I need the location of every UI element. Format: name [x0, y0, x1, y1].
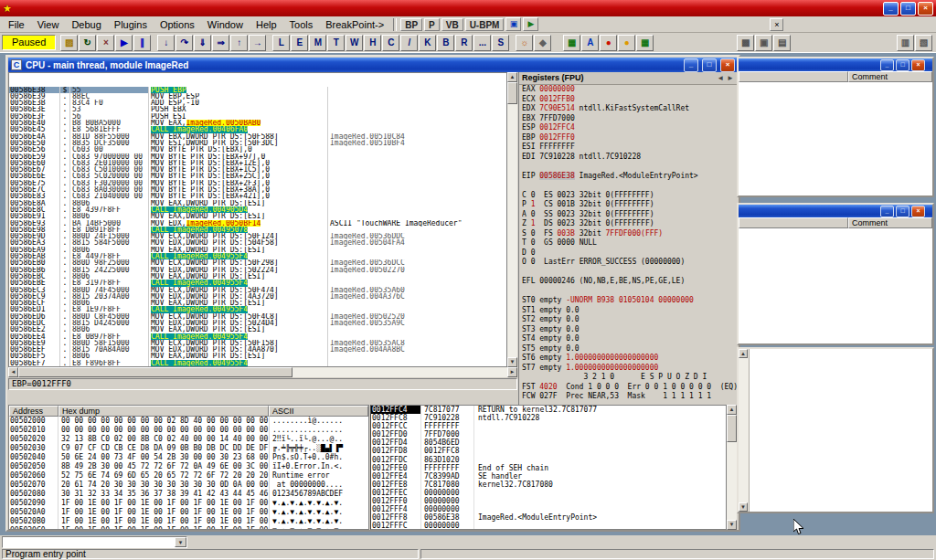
maximize-icon[interactable]: □ — [896, 206, 909, 217]
stack-row[interactable]: 0012FFE0FFFFFFFFEnd of SEH chain — [371, 464, 726, 472]
column-header[interactable] — [739, 71, 848, 82]
registers-pane[interactable]: Registers (FPU) ◄ ► EAX 00000000ECX 0012… — [518, 72, 737, 405]
execute-till-return-icon[interactable]: ↑ — [230, 35, 248, 51]
disasm-row[interactable]: 00586E39.8BECMOV EBP,ESP — [9, 93, 506, 100]
patch-manager-icon[interactable]: ▦ — [636, 35, 654, 51]
stack-row[interactable]: 0012FFFC00000000 — [371, 522, 726, 530]
disassembly-pane[interactable]: 00586E38$55PUSH EBP00586E39.8BECMOV EBP,… — [8, 72, 507, 367]
menu-item-debug[interactable]: Debug — [65, 17, 107, 32]
disasm-row[interactable]: 00586E3E.53PUSH EBX — [9, 106, 506, 112]
menu-item-file[interactable]: File — [2, 17, 31, 32]
disasm-row[interactable]: 00586EB6.8B15 24225000MOV EDX,DWORD PTR … — [9, 267, 506, 273]
disasm-row[interactable]: 00586E9D.8B0D 24F15000MOV ECX,DWORD PTR … — [9, 233, 506, 239]
breakpoint-window-icon[interactable]: ▣ — [505, 17, 521, 31]
tile-windows-icon[interactable]: ▩ — [737, 35, 754, 51]
menu-item-view[interactable]: View — [31, 17, 66, 32]
run-icon[interactable]: ▶ — [115, 35, 133, 51]
side-window-1-titlebar[interactable]: _ □ × — [739, 58, 932, 71]
dump-row[interactable]: 005020901F 00 1E 00 1F 00 1E 00 1F 00 1F… — [9, 499, 368, 508]
animate-into-icon[interactable]: ⇓ — [194, 35, 211, 51]
dump-row[interactable]: 0050202032 13 8B C0 02 00 8B C0 02 40 00… — [9, 435, 368, 444]
dock-icon[interactable]: ▧ — [915, 35, 932, 51]
close-process-icon[interactable]: × — [97, 35, 114, 51]
patches-window-button[interactable]: / — [400, 35, 418, 51]
stack-row[interactable]: 0012FFE47C8399ADSE handler — [371, 472, 726, 481]
disasm-row[interactable]: 00586E75.C683 F3020000 00MOV BYTE PTR DS… — [9, 180, 506, 186]
scroll-right-icon[interactable]: ► — [507, 367, 517, 377]
disasm-hscrollbar[interactable]: ◄ ► — [8, 367, 517, 377]
menu-item-help[interactable]: Help — [250, 17, 283, 32]
disasm-row[interactable]: 00586E40.B8 B0BA5000MOV EAX,ImageRed.005… — [9, 120, 506, 126]
snapshot-icon[interactable]: ● — [618, 35, 635, 51]
disasm-row[interactable]: 00586EDC.8B15 D4245000MOV EDX,DWORD PTR … — [9, 320, 506, 326]
log-window-button[interactable]: L — [272, 35, 290, 51]
step-into-icon[interactable]: ↓ — [157, 35, 175, 51]
stack-row[interactable]: 0012FFD07FFD7000 — [371, 430, 726, 438]
appearance-icon[interactable]: ◆ — [534, 35, 551, 51]
dump-row[interactable]: 0050204050 6E 24 00 73 4F 00 54 2B 30 00… — [9, 453, 368, 462]
stack-row[interactable]: 0012FFE87C817080kernel32.7C817080 — [371, 481, 726, 489]
disasm-row[interactable]: 00586E8C.E8 4397F8FFCALL ImageRed.004905… — [9, 206, 506, 213]
dump-header-ascii[interactable]: ASCII — [269, 406, 368, 417]
references-window-button[interactable]: R — [455, 35, 473, 51]
stack-row[interactable]: 0012FFEC00000000 — [371, 489, 726, 497]
stack-vscrollbar[interactable]: ▲ ▼ — [727, 405, 737, 530]
dump-row[interactable]: 005020508B 49 2B 30 00 45 72 72 6F 72 0A… — [9, 462, 368, 471]
source-window-button[interactable]: S — [492, 35, 509, 51]
menu-item-options[interactable]: Options — [154, 17, 201, 32]
scroll-down-icon[interactable]: ▼ — [727, 520, 737, 530]
dump-row[interactable]: 0050206052 75 6E 74 69 6D 65 20 65 72 72… — [9, 471, 368, 481]
breakpoints-window-button[interactable]: B — [437, 35, 454, 51]
memory-map-icon[interactable]: ▦ — [563, 35, 580, 51]
disasm-vscroll-thumb[interactable] — [507, 82, 517, 104]
side-window-2[interactable]: _ □ × Comment — [737, 203, 934, 345]
pause-icon[interactable]: ∥ — [133, 35, 151, 51]
cpu-window-button[interactable]: C — [382, 35, 399, 51]
dump-row[interactable]: 0050200000 00 00 00 00 00 00 00 02 8D 40… — [9, 417, 368, 426]
disasm-row[interactable]: 00586EF5.8B06MOV EAX,DWORD PTR DS:[ESI] — [9, 353, 506, 359]
dump-row[interactable]: 005020C01F 00 1E 00 1F 00 1E 00 1F 00 1F… — [9, 526, 368, 530]
comment-column-header[interactable]: Comment — [848, 217, 932, 228]
disasm-row[interactable]: 00586ED1.E8 1E97F8FFCALL ImageRed.004955… — [9, 306, 506, 312]
menu-button-ubpm[interactable]: U-BPM — [465, 18, 505, 31]
disasm-row[interactable]: 00586E50.8B35 DCF35000MOV ESI,DWORD PTR … — [9, 140, 506, 146]
disasm-row[interactable]: 00586ED6.8B0D C8F45000MOV ECX,DWORD PTR … — [9, 313, 506, 320]
debug-options-icon[interactable]: ☼ — [516, 35, 533, 51]
disasm-row[interactable]: 00586EA3.8B15 584F5000MOV EDX,DWORD PTR … — [9, 239, 506, 246]
close-icon[interactable]: × — [911, 59, 925, 71]
menu-item-tools[interactable]: Tools — [283, 17, 320, 32]
goto-address-icon[interactable]: → — [249, 35, 266, 51]
disasm-row[interactable]: 00586E67.C683 C5010000 00MOV BYTE PTR DS… — [9, 166, 506, 173]
handles-window-button[interactable]: H — [364, 35, 381, 51]
stack-pane[interactable]: 0012FFC47C817077RETURN to kernel32.7C817… — [370, 405, 727, 530]
animate-over-icon[interactable]: ⇒ — [212, 35, 229, 51]
assembler-icon[interactable]: A — [581, 35, 599, 51]
run-to-cursor-icon[interactable]: ▶ — [523, 17, 538, 31]
side-window-1[interactable]: _ □ × Comment — [737, 57, 934, 197]
dump-pane[interactable]: Address Hex dump ASCII 0050200000 00 00 … — [8, 405, 369, 530]
maximize-icon[interactable]: □ — [896, 59, 909, 71]
dump-row[interactable]: 00502030C9 07 CF CD CB CE D8 DA 09 0B B0… — [9, 444, 368, 453]
close-icon[interactable]: × — [918, 2, 933, 16]
disasm-row[interactable]: 00586E3B.83C4 F0ADD ESP,-10 — [9, 100, 506, 106]
cpu-window[interactable]: C CPU - main thread, module ImageRed _ □… — [5, 55, 740, 532]
stack-row[interactable]: 0012FFCCFFFFFFFF — [371, 422, 726, 430]
runtrace-window-button[interactable]: ... — [473, 35, 491, 51]
record-icon[interactable]: ● — [600, 35, 617, 51]
menu-button-p[interactable]: P — [424, 18, 440, 31]
step-over-icon[interactable]: ↷ — [176, 35, 193, 51]
close-icon[interactable]: × — [911, 206, 925, 217]
disasm-row[interactable]: 00586E8A.8B06MOV EAX,DWORD PTR DS:[ESI] — [9, 200, 506, 206]
disasm-row[interactable]: 00586E38$55PUSH EBP — [9, 87, 506, 93]
windows-window-button[interactable]: W — [346, 35, 363, 51]
disasm-row[interactable]: 00586E60.C683 2E010000 00MOV BYTE PTR DS… — [9, 160, 506, 166]
cpu-close-icon[interactable]: × — [720, 58, 735, 72]
window-titlebar[interactable]: ★ _ □ × — [0, 0, 936, 16]
disasm-row[interactable]: 00586EC9.8B15 20374A00MOV EDX,DWORD PTR … — [9, 293, 506, 300]
disasm-row[interactable]: 00586E4A.8B1D 88F55000MOV EBX,DWORD PTR … — [9, 133, 506, 140]
side-window-1-body[interactable] — [739, 82, 932, 195]
cpu-maximize-icon[interactable]: □ — [702, 58, 717, 72]
stack-row[interactable]: 0012FFF400000000 — [371, 505, 726, 513]
disasm-row[interactable]: 00586EA9.8B06MOV EAX,DWORD PTR DS:[ESI] — [9, 247, 506, 253]
dump-row[interactable]: 005020B01F 00 1E 00 1F 00 1E 00 1F 00 1F… — [9, 517, 368, 526]
